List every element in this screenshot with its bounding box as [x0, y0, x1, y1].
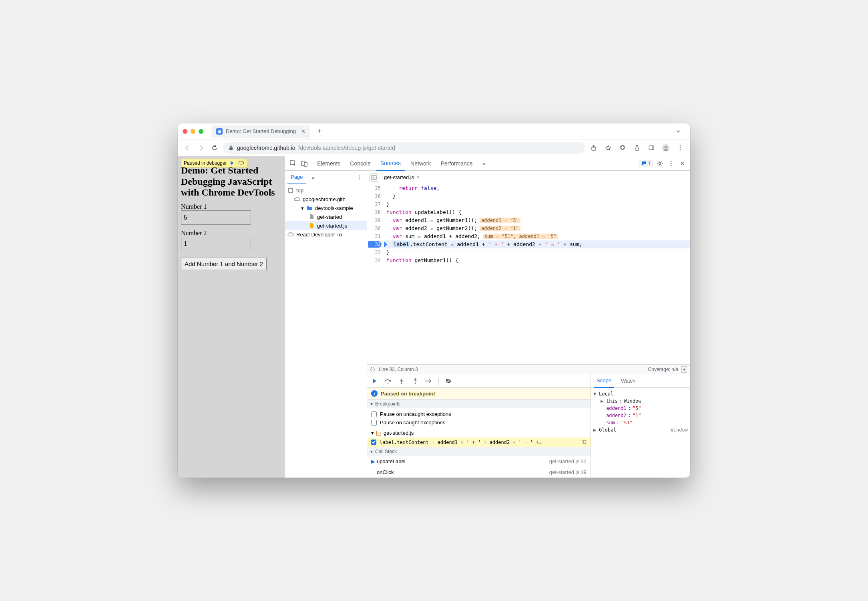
tab-scope[interactable]: Scope	[594, 374, 614, 388]
inspect-element-button[interactable]	[288, 159, 298, 168]
gutter-line-number[interactable]: 28	[367, 208, 384, 216]
forward-button[interactable]	[195, 142, 207, 153]
tab-sources[interactable]: Sources	[376, 156, 405, 171]
tab-performance[interactable]: Performance	[436, 156, 476, 171]
svg-rect-2	[649, 146, 654, 150]
back-button[interactable]	[182, 142, 193, 153]
pause-caught-checkbox[interactable]	[371, 420, 377, 426]
step-out-button[interactable]	[411, 377, 419, 385]
close-devtools-button[interactable]	[677, 159, 687, 168]
device-toolbar-button[interactable]	[299, 159, 309, 168]
tab-network[interactable]: Network	[406, 156, 435, 171]
sidepanel-button[interactable]	[645, 142, 657, 154]
input-number-2[interactable]	[181, 237, 251, 251]
scope-local-header[interactable]: ▼Local	[593, 390, 688, 397]
add-button[interactable]: Add Number 1 and Number 2	[181, 258, 267, 270]
menu-button[interactable]	[674, 142, 686, 154]
source-line[interactable]: 27}	[367, 200, 690, 208]
svg-point-16	[671, 165, 672, 166]
show-navigator-button[interactable]	[370, 173, 378, 182]
source-line[interactable]: 26 }	[367, 192, 690, 200]
tab-watch[interactable]: Watch	[619, 374, 638, 388]
navigator-tab-page[interactable]: Page	[287, 171, 306, 184]
frame-arrow-icon: ▶	[371, 458, 377, 464]
source-line[interactable]: 34function getNumber1() {	[367, 256, 690, 264]
pretty-print-button[interactable]: { }	[370, 367, 375, 372]
gutter-line-number[interactable]: 32	[367, 240, 384, 248]
source-line[interactable]: 29 var addend1 = getNumber1();addend1 = …	[367, 216, 690, 224]
close-file-button[interactable]: ×	[416, 174, 420, 180]
tab-elements[interactable]: Elements	[313, 156, 344, 171]
callstack-header[interactable]: ▾ Call Stack	[367, 447, 591, 456]
navigator-tab-overflow[interactable]: »	[308, 171, 317, 184]
source-editor[interactable]: 25 return false;26 }27}28function update…	[367, 184, 690, 364]
gutter-line-number[interactable]: 26	[367, 192, 384, 200]
tree-file-html[interactable]: get-started	[285, 212, 367, 221]
breakpoint-checkbox[interactable]	[371, 440, 376, 445]
breakpoint-line[interactable]: label.textContent = addend1 + ' + ' + ad…	[367, 438, 591, 447]
breakpoints-header[interactable]: ▾ Breakpoints	[367, 399, 591, 408]
browser-tab[interactable]: ◉ Demo: Get Started Debugging ×	[211, 125, 310, 138]
callstack-frame[interactable]: onClickget-started.js:19	[367, 467, 591, 478]
input-number-1[interactable]	[181, 210, 251, 225]
share-button[interactable]	[588, 142, 600, 154]
minimize-window-button[interactable]	[191, 129, 195, 134]
gutter-line-number[interactable]: 33	[367, 248, 384, 256]
navigator-more-button[interactable]	[354, 175, 364, 180]
settings-button[interactable]	[655, 159, 665, 168]
bookmark-button[interactable]	[602, 142, 614, 154]
url-host: googlechrome.github.io	[237, 145, 295, 151]
close-tab-button[interactable]: ×	[301, 128, 305, 135]
tab-overflow[interactable]: »	[478, 156, 490, 171]
reload-button[interactable]	[209, 142, 220, 153]
source-line[interactable]: 28function updateLabel() {	[367, 208, 690, 216]
console-message-count[interactable]: 1	[639, 160, 653, 167]
scope-variable[interactable]: addend2: "1"	[593, 412, 688, 419]
fullscreen-window-button[interactable]	[199, 129, 203, 134]
scope-variable[interactable]: sum: "51"	[593, 419, 688, 426]
tree-folder[interactable]: ▾ devtools-sample	[285, 204, 367, 212]
pause-uncaught-checkbox[interactable]	[371, 411, 377, 417]
url-input[interactable]: googlechrome.github.io/devtools-samples/…	[223, 142, 585, 154]
gutter-line-number[interactable]: 34	[367, 256, 384, 264]
profile-button[interactable]	[660, 142, 672, 154]
overlay-stepover-button[interactable]	[238, 160, 244, 166]
tab-overflow-button[interactable]	[671, 128, 685, 135]
tree-extension-react[interactable]: React Developer To	[285, 230, 367, 239]
resume-button[interactable]	[370, 377, 378, 385]
tab-console[interactable]: Console	[346, 156, 374, 171]
step-button[interactable]	[425, 377, 433, 385]
tree-origin[interactable]: googlechrome.gith	[285, 195, 367, 204]
step-over-button[interactable]	[384, 377, 392, 385]
gutter-line-number[interactable]: 31	[367, 232, 384, 240]
source-line[interactable]: 25 return false;	[367, 184, 690, 192]
scope-global-header[interactable]: ▶GlobalWindow	[593, 426, 688, 434]
source-line[interactable]: 33}	[367, 248, 690, 256]
new-tab-button[interactable]: +	[313, 127, 326, 135]
file-tab-active[interactable]: get-started.js ×	[381, 172, 423, 183]
gutter-line-number[interactable]: 30	[367, 224, 384, 232]
gutter-line-number[interactable]: 29	[367, 216, 384, 224]
tree-file-js[interactable]: get-started.js	[285, 221, 367, 230]
scope-variable[interactable]: addend1: "5"	[593, 405, 688, 412]
step-into-button[interactable]	[398, 377, 406, 385]
callstack-frame[interactable]: ▶updateLabelget-started.js:32	[367, 456, 591, 467]
coverage-toggle-button[interactable]: ▾	[681, 366, 687, 373]
scope-this[interactable]: ▶this: Window	[593, 397, 688, 405]
gutter-line-number[interactable]: 25	[367, 184, 384, 192]
source-line[interactable]: 32 label.textContent = addend1 + ' + ' +…	[367, 240, 690, 248]
source-line[interactable]: 30 var addend2 = getNumber2();addend2 = …	[367, 224, 690, 232]
titlebar: ◉ Demo: Get Started Debugging × +	[178, 123, 690, 139]
gutter-line-number[interactable]: 27	[367, 200, 384, 208]
more-button[interactable]	[666, 159, 676, 168]
breakpoint-file-group[interactable]: ▾ JS get-started.js	[367, 428, 591, 438]
tree-top[interactable]: top	[285, 186, 367, 195]
labs-button[interactable]	[631, 142, 643, 154]
pause-uncaught-checkbox-row[interactable]: Pause on uncaught exceptions	[371, 410, 587, 418]
extensions-button[interactable]	[617, 142, 629, 154]
source-line[interactable]: 31 var sum = addend1 + addend2;sum = "51…	[367, 232, 690, 240]
pause-caught-checkbox-row[interactable]: Pause on caught exceptions	[371, 418, 587, 427]
deactivate-breakpoints-button[interactable]	[444, 377, 452, 385]
overlay-resume-button[interactable]	[229, 160, 235, 166]
close-window-button[interactable]	[183, 129, 187, 134]
